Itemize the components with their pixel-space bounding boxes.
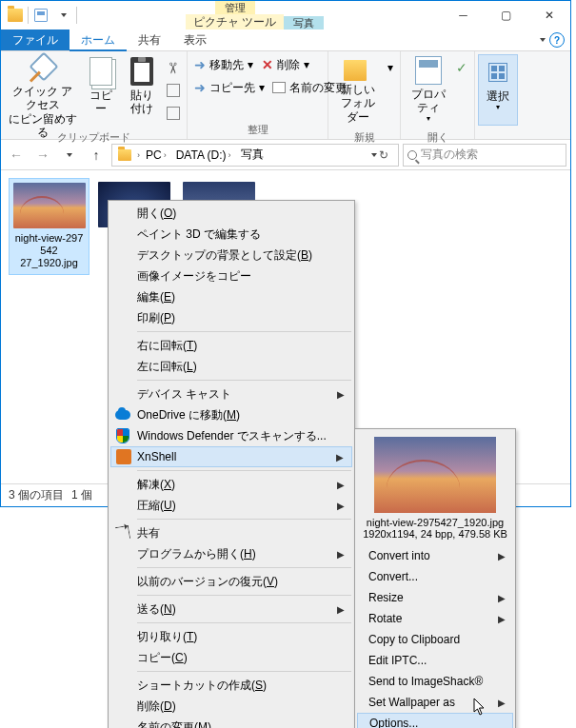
menu-item[interactable]: 削除(D) — [110, 696, 352, 717]
menu-item[interactable]: 送る(N)▶ — [110, 599, 352, 620]
xnshell-submenu: night-view-2975427_1920.jpg 1920x1194, 2… — [354, 428, 516, 728]
copy-path-button[interactable] — [163, 80, 184, 101]
select-button[interactable]: 選択 ▾ — [478, 54, 518, 126]
menu-item[interactable]: Set Wallpaper as▶ — [357, 692, 513, 713]
menu-item[interactable]: Copy to Clipboard — [357, 629, 513, 650]
contextual-header-manage: 管理 — [215, 1, 255, 14]
menu-item[interactable]: 開く(O) — [110, 203, 352, 224]
tab-picture-tools[interactable]: ピクチャ ツール — [186, 14, 284, 30]
search-icon — [407, 150, 417, 160]
image-thumbnail — [13, 183, 86, 228]
properties-icon[interactable] — [30, 5, 51, 26]
menu-item[interactable]: 圧縮(U)▶ — [110, 495, 352, 516]
menu-item[interactable]: XnShell▶ — [110, 446, 352, 467]
minimize-button[interactable]: ─ — [442, 1, 485, 29]
divider — [76, 7, 77, 24]
chevron-right-icon: ▶ — [336, 452, 344, 462]
file-thumb[interactable]: night-view-297542 27_1920.jpg — [9, 178, 89, 275]
edit-button[interactable] — [452, 80, 471, 101]
menu-item[interactable]: コピー(C) — [110, 647, 352, 668]
pin-to-quick-access-button[interactable]: クイック アクセス にピン留めする — [4, 54, 81, 126]
menu-item[interactable]: デバイス キャスト▶ — [110, 384, 352, 404]
menu-item[interactable]: 右に回転(T) — [110, 335, 352, 356]
menu-item[interactable]: 左に回転(L) — [110, 356, 352, 377]
tab-view[interactable]: 表示 — [172, 30, 218, 50]
tab-file[interactable]: ファイル — [1, 30, 70, 50]
chevron-right-icon: ▶ — [498, 614, 506, 624]
paste-shortcut-button[interactable] — [163, 103, 184, 124]
menu-item[interactable]: Convert... — [357, 566, 513, 587]
ribbon-group-select: 選択 ▾ — [475, 51, 528, 139]
copy-to-button[interactable]: ➜コピー先 ▾ — [190, 77, 268, 98]
back-button[interactable]: ← — [5, 144, 28, 167]
tab-home[interactable]: ホーム — [70, 30, 127, 50]
move-to-button[interactable]: ➜移動先 ▾ — [190, 54, 258, 75]
menu-item[interactable]: Convert into▶ — [357, 545, 513, 566]
new-item-button[interactable]: ▾ — [384, 57, 397, 78]
menu-item[interactable]: 共有 — [110, 522, 352, 543]
menu-item[interactable]: プログラムから開く(H)▶ — [110, 543, 352, 564]
divider — [28, 7, 29, 24]
search-input[interactable]: 写真の検索 — [403, 144, 566, 167]
menu-separator — [137, 470, 351, 471]
maximize-button[interactable]: ▢ — [485, 1, 527, 29]
menu-item[interactable]: Rotate▶ — [357, 608, 513, 629]
menu-item[interactable]: ショートカットの作成(S) — [110, 675, 352, 696]
chevron-right-icon: ▶ — [337, 480, 345, 490]
crumb-drive[interactable]: DATA (D:)› — [172, 145, 235, 166]
paste-button[interactable]: 貼り付け — [121, 54, 163, 126]
menu-item[interactable]: OneDrive に移動(M) — [110, 404, 352, 425]
ribbon: クイック アクセス にピン留めする コピー 貼り付け ✂ クリップボード — [1, 51, 570, 140]
open-button[interactable]: ✓ — [452, 57, 471, 78]
preview-thumbnail — [374, 437, 496, 513]
menu-item[interactable]: 編集(E) — [110, 286, 352, 307]
tab-share[interactable]: 共有 — [127, 30, 172, 50]
preview-block: night-view-2975427_1920.jpg 1920x1194, 2… — [357, 431, 513, 545]
menu-item[interactable]: Options... — [357, 713, 513, 728]
share-icon — [114, 524, 131, 541]
menu-item[interactable]: Resize▶ — [357, 587, 513, 608]
menu-item[interactable]: 解凍(X)▶ — [110, 474, 352, 495]
address-bar[interactable]: › PC› DATA (D:)› 写真 ↻ — [111, 144, 399, 167]
navbar: ← → ↑ › PC› DATA (D:)› 写真 ↻ 写真の検索 — [1, 140, 570, 170]
ribbon-collapse-icon[interactable] — [540, 38, 546, 42]
menu-item[interactable]: 以前のバージョンの復元(V) — [110, 571, 352, 592]
menu-separator — [137, 622, 351, 623]
copy-button[interactable]: コピー — [81, 54, 121, 126]
up-button[interactable]: ↑ — [85, 144, 108, 167]
menu-item[interactable]: 印刷(P) — [110, 307, 352, 328]
menu-separator — [137, 595, 351, 596]
onedrive-icon — [114, 406, 131, 423]
cut-button[interactable]: ✂ — [163, 57, 184, 78]
menu-item[interactable]: 切り取り(T) — [110, 626, 352, 647]
close-button[interactable]: ✕ — [527, 1, 570, 29]
new-folder-button[interactable]: 新しい フォルダー — [331, 54, 384, 126]
menu-item[interactable]: デスクトップの背景として設定(B) — [110, 245, 352, 266]
folder-icon[interactable] — [5, 5, 26, 26]
context-menu: 開く(O)ペイント 3D で編集するデスクトップの背景として設定(B)画像イメー… — [108, 200, 355, 728]
qat-dropdown-icon[interactable] — [53, 5, 74, 26]
properties-button[interactable]: プロパティ ▾ — [404, 54, 452, 126]
delete-button[interactable]: ✕削除 ▾ — [258, 54, 326, 75]
refresh-icon[interactable]: ↻ — [373, 148, 394, 162]
chevron-right-icon: ▶ — [337, 549, 345, 560]
ribbon-group-open: プロパティ ▾ ✓ 開く — [401, 51, 475, 139]
recent-dropdown[interactable] — [58, 144, 81, 167]
menu-item[interactable]: Edit IPTC... — [357, 650, 513, 671]
chevron-right-icon: ▶ — [498, 698, 506, 708]
help-icon[interactable]: ? — [549, 32, 565, 48]
menu-separator — [137, 331, 351, 332]
forward-button[interactable]: → — [31, 144, 54, 167]
menu-item[interactable]: Windows Defender でスキャンする... — [110, 425, 352, 446]
contextual-header-photo: 写真 — [284, 16, 324, 30]
menu-item[interactable]: 画像イメージをコピー — [110, 266, 352, 286]
chevron-right-icon: ▶ — [337, 501, 345, 511]
contextual-tabs: 管理 ピクチャ ツール 写真 — [186, 1, 324, 30]
shield-icon — [114, 427, 131, 444]
chevron-right-icon: ▶ — [498, 593, 506, 603]
menu-item[interactable]: ペイント 3D で編集する — [110, 224, 352, 245]
crumb-pc[interactable]: PC› — [142, 145, 170, 166]
menu-item[interactable]: Send to ImageShack® — [357, 671, 513, 692]
menu-item[interactable]: 名前の変更(M) — [110, 717, 352, 728]
crumb-photos[interactable]: 写真 — [237, 145, 268, 166]
